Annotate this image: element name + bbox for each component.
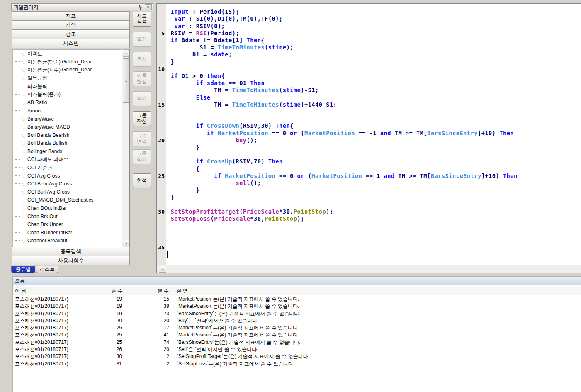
tree-item[interactable]: ↑↓CCI Avg Cross bbox=[12, 172, 122, 180]
tree-scrollbar[interactable]: ▲ ≡ ▼ bbox=[122, 49, 129, 247]
code-token: sdate bbox=[207, 80, 225, 86]
tree-item[interactable]: ↑↓Channel Breakout bbox=[12, 237, 122, 245]
code-token: var bbox=[174, 23, 185, 29]
error-name-cell: 포스해선v01(20180717) bbox=[13, 360, 82, 368]
code-token: == D1 bbox=[225, 80, 250, 86]
error-row[interactable]: 포스해선v01(20180717)2517`MarketPosition`는(은… bbox=[13, 324, 581, 331]
tree-item[interactable]: ↑↓파라볼릭 bbox=[12, 82, 122, 90]
code-area[interactable]: Input : Period(15); var : S1(0),D1(0),TM… bbox=[166, 4, 581, 266]
tree-item[interactable]: ↑↓일목균형 bbox=[12, 74, 122, 83]
code-token: ( bbox=[297, 130, 304, 136]
error-row[interactable]: 포스해선v01(20180717)1915`MarketPosition`는(은… bbox=[13, 296, 581, 303]
tree-item[interactable]: ↑↓AB Ratio bbox=[12, 99, 122, 107]
action-button-1[interactable]: 새로 작성 bbox=[133, 12, 151, 27]
action-button-7: 그룹 변경 bbox=[133, 131, 151, 146]
error-row[interactable]: 포스해선v01(20180717)2620`Sell`은 `전략`에서만 쓸 수… bbox=[13, 346, 581, 353]
category-button-3[interactable]: 강조 bbox=[12, 29, 130, 39]
tree-item-label: 파라볼릭 bbox=[27, 83, 47, 90]
error-row[interactable]: 포스해선v01(20180717)312`SetStopLoss`는(은) 기술… bbox=[13, 360, 581, 368]
tree-item[interactable]: ↑↓CCI Bear Avg Cross bbox=[12, 180, 122, 188]
indicator-tree-list: ↑↓이격도↑↓이동평균(단순) Golden_Dead↑↓이동평균(지수) Go… bbox=[12, 49, 130, 248]
tree-branch-line bbox=[15, 175, 20, 176]
code-editor[interactable]: 5101520253035 Input : Period(15); var : … bbox=[156, 3, 581, 273]
category-button-2[interactable]: 검색 bbox=[12, 20, 130, 30]
code-line: { bbox=[167, 166, 199, 173]
scroll-up-arrow-icon[interactable]: ▲ bbox=[123, 49, 130, 57]
tree-item[interactable]: ↑↓파라볼릭(종가) bbox=[12, 90, 122, 99]
column-header-name[interactable]: 이 름 bbox=[13, 287, 82, 295]
tree-item[interactable]: ↑↓이동평균(단순) Golden_Dead bbox=[12, 58, 122, 66]
tree-item[interactable]: ↑↓Aroon bbox=[12, 107, 122, 115]
code-token: MarketPosition bbox=[218, 130, 268, 136]
tree-item[interactable]: ↑↓Chan Brk Out bbox=[12, 212, 122, 221]
tree-item[interactable]: ↑↓CCI 기준선 bbox=[12, 163, 122, 172]
tree-item[interactable]: ↑↓CCI_MACD_DMI_Stochastics bbox=[12, 196, 122, 205]
code-token: (); bbox=[250, 180, 261, 186]
error-row[interactable]: 포스해선v01(20180717)2020`Buy`는 `전략`에서만 쓸 수 … bbox=[13, 317, 581, 324]
code-token bbox=[167, 73, 171, 79]
tree-item[interactable]: ↑↓이격도 bbox=[12, 50, 122, 58]
code-token: Else bbox=[196, 94, 211, 101]
action-button-9[interactable]: 합성 bbox=[133, 173, 151, 188]
tree-branch-line bbox=[15, 110, 20, 111]
indicator-tree-items: ↑↓이격도↑↓이동평균(단순) Golden_Dead↑↓이동평균(지수) Go… bbox=[12, 50, 122, 247]
tree-item[interactable]: ↑↓CCI 과매도 과매수 bbox=[12, 156, 122, 164]
down-arrow-icon: ↓ bbox=[23, 157, 26, 162]
error-row[interactable]: 포스해선v01(20180717)2541`MarketPosition`는(은… bbox=[13, 331, 581, 338]
tree-item[interactable]: ↑↓Chan BUnder IntBar bbox=[12, 229, 122, 237]
code-token: PriceScale bbox=[243, 208, 279, 215]
error-row[interactable]: 포스해선v01(20180717)302`SetStopProfitTarget… bbox=[13, 353, 581, 360]
tree-item[interactable]: ↑↓Boll Bands Bearish bbox=[12, 131, 122, 139]
tree-branch-line bbox=[15, 192, 20, 192]
tree-item[interactable]: ↑↓BinaryWave bbox=[12, 115, 122, 123]
pin-icon[interactable] bbox=[138, 5, 143, 10]
error-column-cell: 74 bbox=[127, 339, 173, 346]
code-token: (RSIV,70) bbox=[232, 158, 268, 165]
column-header-description[interactable]: 설 명 bbox=[173, 287, 332, 295]
tree-item-label: 이동평균(단순) Golden_Dead bbox=[27, 58, 92, 66]
tree-item[interactable]: ↑↓Chan BOut IntBar bbox=[12, 204, 122, 212]
code-token: ( bbox=[211, 215, 214, 222]
code-token: *30, bbox=[279, 208, 294, 215]
tree-item[interactable]: ↑↓Chan Brk Under bbox=[12, 220, 122, 229]
down-arrow-icon: ↓ bbox=[23, 100, 26, 105]
tree-item[interactable]: ↑↓BinaryWave MACD bbox=[12, 123, 122, 131]
down-arrow-icon: ↓ bbox=[23, 67, 26, 73]
error-line-cell: 25 bbox=[82, 331, 127, 338]
tree-item[interactable]: ↑↓Bollinger Bands bbox=[12, 147, 122, 156]
close-icon[interactable]: ✕ bbox=[145, 4, 152, 10]
tree-item[interactable]: ↑↓Boll Bands Bullish bbox=[12, 139, 122, 148]
column-header-line[interactable]: 줄 수 bbox=[82, 287, 127, 295]
column-header-column[interactable]: 열 수 bbox=[127, 287, 173, 295]
user-function-button[interactable]: 사용자함수 bbox=[12, 256, 130, 265]
code-token: TimeToMinutes bbox=[218, 44, 265, 51]
tab-by-kind[interactable]: 종류별 bbox=[11, 266, 35, 273]
tab-list[interactable]: 리스트 bbox=[36, 266, 58, 273]
tree-item[interactable]: ↑↓CCI Bull Avg Cross bbox=[12, 188, 122, 196]
error-row[interactable]: 포스해선v01(20180717)1973`BarsSinceEntry`는(은… bbox=[13, 310, 581, 317]
code-token: Then bbox=[247, 37, 261, 44]
horizontal-scrollbar[interactable]: ◄ bbox=[157, 265, 581, 273]
error-row[interactable]: 포스해선v01(20180717)2574`BarsSinceEntry`는(은… bbox=[13, 339, 581, 346]
scroll-left-arrow-icon[interactable]: ◄ bbox=[159, 266, 166, 273]
category-button-1[interactable]: 지표 bbox=[12, 11, 130, 21]
code-token bbox=[167, 137, 236, 144]
code-token: (); bbox=[247, 137, 258, 144]
code-token: stime bbox=[283, 101, 301, 108]
code-token: D1 > 0 bbox=[178, 73, 207, 79]
tree-item[interactable]: ↑↓이동평균(지수) Golden_Dead bbox=[12, 66, 122, 74]
scroll-down-arrow-icon[interactable]: ▼ bbox=[123, 240, 130, 247]
error-description-cell: `Sell`은 `전략`에서만 쓸 수 있습니다. bbox=[173, 346, 258, 353]
error-row[interactable]: 포스해선v01(20180717)1939`MarketPosition`는(은… bbox=[13, 303, 581, 310]
error-description-cell: `MarketPosition`는(은) 기술적 지표에서 쓸 수 없습니다. bbox=[173, 296, 299, 303]
category-button-4[interactable]: 시스템 bbox=[12, 39, 130, 48]
error-description-cell: `BarsSinceEntry`는(은) 기술적 지표에서 쓸 수 없습니다. bbox=[173, 310, 301, 317]
file-manager-titlebar[interactable]: 파일관리자 ✕ bbox=[11, 3, 153, 11]
stock-search-button[interactable]: 종목검색 bbox=[12, 247, 130, 256]
code-token: MarketPosition bbox=[304, 130, 355, 136]
code-token: RSI bbox=[196, 30, 207, 37]
tree-item-label: Chan BOut IntBar bbox=[27, 205, 67, 211]
tree-item-label: CCI Bull Avg Cross bbox=[27, 189, 70, 195]
action-button-6[interactable]: 그룹 작성 bbox=[133, 111, 151, 126]
scrollbar-thumb[interactable]: ≡ bbox=[123, 58, 130, 103]
